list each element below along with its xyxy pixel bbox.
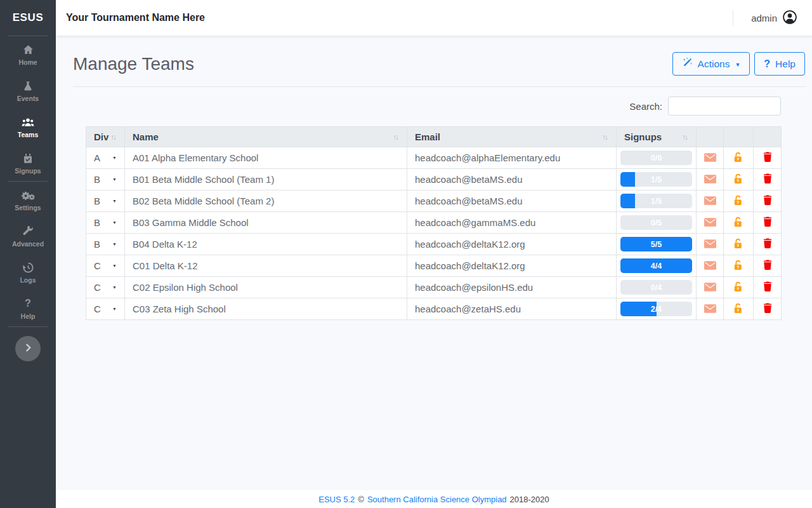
division-select[interactable]: C ▼: [94, 260, 117, 271]
search-input[interactable]: [668, 97, 781, 116]
delete-team-button[interactable]: [763, 173, 772, 185]
team-email-cell[interactable]: headcoach@alphaElementary.edu: [407, 147, 617, 169]
envelope-icon: [704, 239, 716, 250]
team-name-cell[interactable]: C01 Delta K-12: [125, 255, 407, 277]
header-divider: [73, 86, 805, 87]
team-email-cell[interactable]: headcoach@betaMS.edu: [407, 190, 617, 212]
team-email-cell[interactable]: headcoach@gammaMS.edu: [407, 212, 617, 234]
signups-count-label: 1/5: [620, 172, 692, 187]
delete-team-button[interactable]: [763, 195, 772, 207]
unlock-team-button[interactable]: [734, 152, 743, 164]
chevron-down-icon: ▼: [112, 242, 117, 246]
column-header-email-action: [697, 127, 724, 147]
delete-team-button[interactable]: [763, 217, 772, 229]
sidebar-item-settings[interactable]: Settings: [0, 182, 56, 218]
email-team-button[interactable]: [704, 218, 716, 229]
question-icon: ?: [764, 58, 770, 70]
signups-progress: 4/4: [620, 258, 692, 273]
column-header-div[interactable]: Div↑↓: [86, 127, 125, 147]
sidebar-item-home[interactable]: Home: [0, 36, 56, 72]
wrench-icon: [23, 225, 34, 237]
unlock-icon: [734, 260, 743, 272]
footer-years: 2018-2020: [510, 495, 549, 504]
sidebar-item-help[interactable]: ? Help: [0, 290, 56, 326]
unlock-team-button[interactable]: [734, 238, 743, 251]
unlock-team-button[interactable]: [734, 260, 743, 272]
email-team-button[interactable]: [704, 304, 716, 315]
team-email-cell[interactable]: headcoach@betaMS.edu: [407, 169, 617, 190]
team-name-cell[interactable]: C02 Epsilon High School: [125, 277, 407, 298]
team-name-cell[interactable]: B02 Beta Middle School (Team 2): [125, 190, 407, 212]
email-team-button[interactable]: [704, 239, 716, 250]
sidebar-item-events[interactable]: Events: [0, 72, 56, 109]
signups-count-label: 4/4: [620, 258, 692, 273]
division-select[interactable]: C ▼: [94, 304, 117, 314]
delete-team-button[interactable]: [763, 260, 772, 272]
unlock-icon: [734, 152, 743, 164]
actions-button[interactable]: Actions ▼: [672, 52, 750, 76]
email-team-button[interactable]: [704, 175, 716, 185]
division-select[interactable]: B ▼: [94, 217, 117, 228]
help-button[interactable]: ? Help: [754, 52, 805, 76]
users-icon: [22, 116, 34, 128]
signups-count-label: 5/5: [620, 237, 692, 251]
table-row: B ▼ B04 Delta K-12 headcoach@deltaK12.or…: [86, 234, 782, 255]
delete-team-button[interactable]: [763, 281, 772, 293]
gears-icon: [22, 189, 35, 201]
team-name-cell[interactable]: A01 Alpha Elementary School: [125, 147, 407, 169]
username-label: admin: [751, 13, 777, 23]
division-select[interactable]: B ▼: [94, 196, 117, 206]
footer-org-link[interactable]: Southern California Science Olympiad: [367, 495, 507, 504]
sidebar-toggle-button[interactable]: [15, 336, 41, 361]
team-name-cell[interactable]: B03 Gamma Middle School: [125, 212, 407, 234]
team-email-cell[interactable]: headcoach@zetaHS.edu: [407, 298, 617, 320]
unlock-team-button[interactable]: [734, 217, 743, 229]
team-name-cell[interactable]: C03 Zeta High School: [125, 298, 407, 320]
team-email-cell[interactable]: headcoach@deltaK12.org: [407, 255, 617, 277]
email-team-button[interactable]: [704, 196, 716, 207]
division-select[interactable]: A ▼: [94, 152, 117, 163]
envelope-icon: [704, 218, 716, 229]
unlock-team-button[interactable]: [734, 173, 743, 186]
unlock-team-button[interactable]: [734, 303, 743, 316]
column-header-email[interactable]: Email↑↓: [407, 127, 617, 147]
footer-copyright: ©: [358, 495, 364, 504]
unlock-icon: [734, 173, 743, 186]
division-select[interactable]: B ▼: [94, 239, 117, 250]
chevron-right-icon: [25, 344, 31, 354]
sidebar-item-advanced[interactable]: Advanced: [0, 218, 56, 254]
history-icon: [23, 262, 34, 273]
footer-app-link[interactable]: ESUS 5.2: [318, 495, 355, 504]
table-row: C ▼ C03 Zeta High School headcoach@zetaH…: [86, 298, 782, 320]
envelope-icon: [704, 304, 716, 315]
unlock-team-button[interactable]: [734, 195, 743, 208]
sidebar-item-logs[interactable]: Logs: [0, 254, 56, 290]
column-header-signups[interactable]: Signups↑↓: [617, 127, 697, 147]
email-team-button[interactable]: [704, 153, 716, 164]
trash-icon: [763, 152, 772, 164]
division-select[interactable]: C ▼: [94, 282, 117, 293]
sidebar-divider: [8, 326, 48, 327]
user-menu[interactable]: admin: [751, 10, 797, 26]
footer: ESUS 5.2 © Southern California Science O…: [56, 490, 812, 508]
email-team-button[interactable]: [704, 261, 716, 272]
brand-logo[interactable]: ESUS: [0, 0, 56, 36]
column-header-lock-action: [724, 127, 754, 147]
team-name-cell[interactable]: B01 Beta Middle School (Team 1): [125, 169, 407, 190]
chevron-down-icon: ▼: [112, 285, 117, 290]
division-select[interactable]: B ▼: [94, 174, 117, 185]
team-name-cell[interactable]: B04 Delta K-12: [125, 234, 407, 255]
envelope-icon: [704, 153, 716, 164]
team-email-cell[interactable]: headcoach@deltaK12.org: [407, 234, 617, 255]
column-header-name[interactable]: Name↑↓: [125, 127, 407, 147]
sidebar-item-signups[interactable]: Signups: [0, 145, 56, 181]
unlock-icon: [734, 303, 743, 316]
delete-team-button[interactable]: [763, 238, 772, 250]
delete-team-button[interactable]: [763, 152, 772, 164]
trash-icon: [763, 173, 772, 185]
email-team-button[interactable]: [704, 283, 716, 293]
sidebar-item-teams[interactable]: Teams: [0, 109, 56, 145]
unlock-team-button[interactable]: [734, 281, 743, 294]
team-email-cell[interactable]: headcoach@epsilonHS.edu: [407, 277, 617, 298]
delete-team-button[interactable]: [763, 303, 772, 315]
